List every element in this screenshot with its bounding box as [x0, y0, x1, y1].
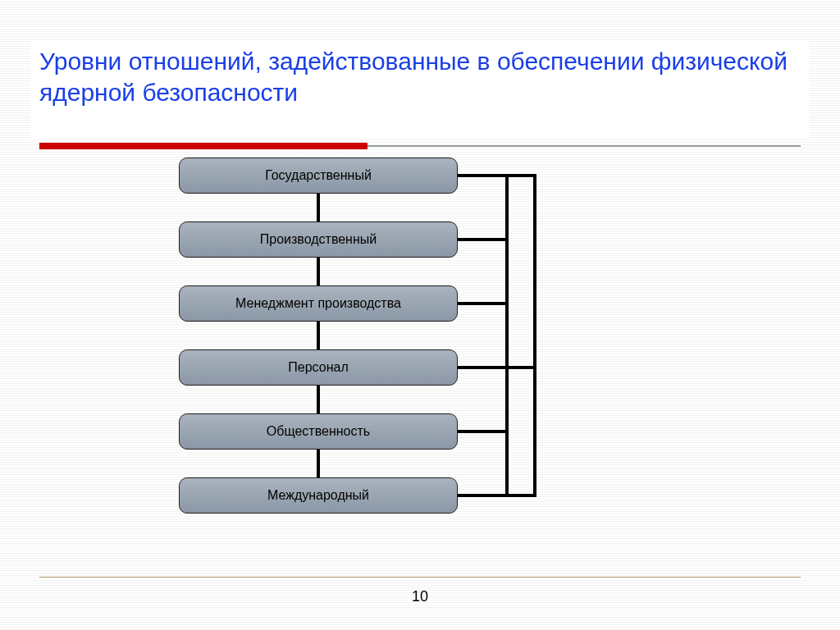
bus-stub: [458, 238, 509, 241]
title-underline-red: [39, 143, 368, 149]
page-number: 10: [0, 588, 840, 605]
level-label: Общественность: [267, 424, 370, 439]
level-box-public: Общественность: [179, 413, 458, 450]
spine-segment: [317, 194, 320, 221]
spine-segment: [317, 258, 320, 285]
level-box-production: Производственный: [179, 221, 458, 258]
bus-stub: [458, 430, 509, 433]
bus-stub: [458, 366, 536, 369]
levels-diagram: Государственный Производственный Менеджм…: [0, 158, 840, 535]
level-label: Международный: [267, 488, 369, 503]
bus-stub: [458, 174, 536, 177]
level-label: Персонал: [288, 360, 348, 375]
level-box-personnel: Персонал: [179, 349, 458, 386]
level-box-international: Международный: [179, 477, 458, 514]
title-underline-grey: [368, 145, 801, 147]
level-box-management: Менеджмент производства: [179, 285, 458, 322]
level-box-state: Государственный: [179, 158, 458, 194]
bus-stub: [458, 494, 536, 497]
bus-vertical-near: [505, 176, 509, 495]
bus-vertical-far: [533, 176, 536, 495]
level-label: Менеджмент производства: [235, 296, 401, 311]
spine-segment: [317, 322, 320, 349]
slide-title: Уровни отношений, задействованные в обес…: [39, 46, 791, 107]
level-label: Производственный: [260, 232, 377, 247]
footer-rule: [39, 577, 801, 578]
bus-stub: [458, 302, 509, 305]
spine-segment: [317, 450, 320, 477]
spine-segment: [317, 386, 320, 413]
level-label: Государственный: [265, 168, 372, 183]
